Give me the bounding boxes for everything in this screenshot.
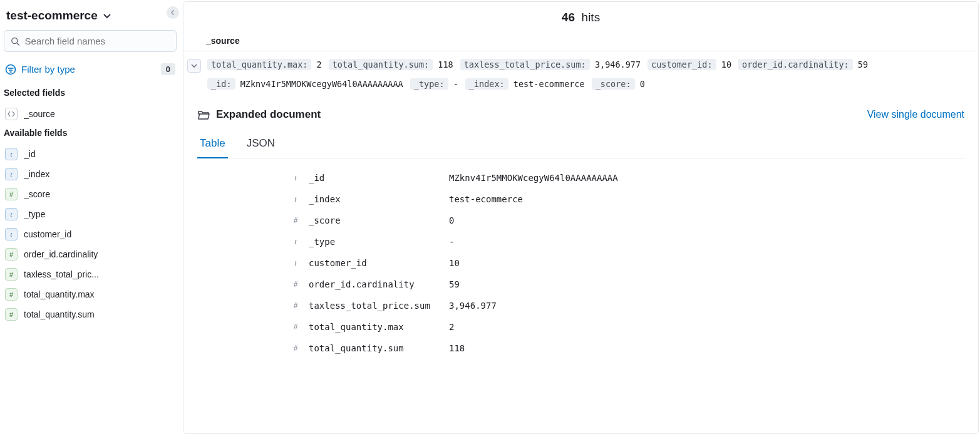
field-label: total_quantity.max [24, 289, 95, 299]
text-type-icon: t [5, 228, 18, 240]
folder-open-icon [197, 108, 210, 121]
filter-type-count: 0 [161, 63, 175, 75]
row-expand-toggle[interactable] [187, 59, 201, 73]
doc-field-value: MZknv4Ir5MMOKWcegyW64l0AAAAAAAAA [449, 173, 618, 183]
field-item[interactable]: #total_quantity.max [4, 284, 177, 304]
hits-label: hits [582, 11, 601, 24]
filter-by-type-button[interactable]: Filter by type [5, 64, 75, 75]
field-label: customer_id [24, 229, 71, 239]
doc-field-type-icon: t [291, 195, 300, 204]
field-item[interactable]: t_type [4, 204, 177, 224]
doc-row: #_score0 [291, 210, 964, 231]
field-search[interactable] [4, 30, 177, 52]
doc-row: tcustomer_id10 [291, 252, 964, 274]
summary-value: 10 [721, 59, 731, 70]
document-table: t_idMZknv4Ir5MMOKWcegyW64l0AAAAAAAAAt_in… [197, 158, 964, 359]
doc-field-type-icon: # [291, 216, 300, 225]
source-column-header: _source [183, 31, 978, 51]
doc-field-value: 0 [449, 215, 454, 225]
doc-field-key: total_quantity.max [309, 322, 440, 332]
doc-row: #total_quantity.max2 [291, 316, 964, 338]
field-label: _source [24, 109, 55, 119]
doc-field-type-icon: # [291, 323, 300, 331]
doc-row: t_type - [291, 231, 964, 252]
field-search-input[interactable] [25, 36, 170, 46]
field-item[interactable]: t_id [4, 144, 177, 164]
summary-value: 2 [317, 59, 322, 70]
field-label: total_quantity.sum [24, 309, 95, 319]
doc-row: #order_id.cardinality59 [291, 274, 964, 295]
number-type-icon: # [5, 248, 18, 261]
expanded-document: Expanded document View single document T… [183, 95, 978, 359]
doc-row: #taxless_total_price.sum3,946.977 [291, 295, 964, 316]
summary-value: 118 [438, 59, 453, 70]
field-item[interactable]: t_index [4, 164, 177, 184]
field-label: taxless_total_pric... [24, 269, 99, 279]
doc-field-value: 2 [449, 322, 454, 332]
doc-field-key: _type [309, 237, 440, 247]
doc-field-value: test-ecommerce [449, 194, 523, 204]
tab-table[interactable]: Table [197, 132, 228, 158]
collapse-sidebar-button[interactable] [167, 6, 179, 19]
text-type-icon: t [5, 148, 18, 160]
field-item[interactable]: #total_quantity.sum [4, 304, 177, 324]
field-item[interactable]: _source [4, 104, 177, 124]
number-type-icon: # [5, 188, 18, 200]
doc-field-value: 118 [449, 343, 465, 353]
doc-field-type-icon: t [291, 237, 300, 247]
number-type-icon: # [5, 308, 18, 321]
doc-field-value: 10 [449, 258, 460, 268]
field-label: _type [24, 209, 45, 219]
filter-by-type-label: Filter by type [21, 64, 75, 75]
doc-row: t_indextest-ecommerce [291, 189, 964, 210]
summary-value: 59 [858, 59, 868, 70]
field-item[interactable]: tcustomer_id [4, 224, 177, 244]
doc-field-key: total_quantity.sum [309, 343, 440, 353]
doc-tabs: Table JSON [197, 132, 964, 158]
text-type-icon: t [5, 168, 18, 180]
doc-field-type-icon: # [291, 280, 300, 289]
summary-key: customer_id: [647, 59, 716, 70]
doc-field-value: 3,946.977 [449, 301, 497, 311]
field-label: _index [24, 169, 49, 179]
field-label: _score [24, 189, 50, 199]
svg-point-0 [12, 38, 18, 43]
summary-value: - [453, 79, 458, 89]
summary-key: total_quantity.sum: [329, 59, 433, 70]
search-icon [11, 36, 20, 46]
filter-by-type-row: Filter by type 0 [4, 59, 177, 84]
field-label: order_id.cardinality [24, 249, 98, 259]
summary-key: taxless_total_price.sum: [460, 59, 590, 70]
index-pattern-selector[interactable]: test-ecommerce [4, 4, 177, 30]
index-pattern-name: test-ecommerce [6, 9, 98, 23]
summary-key: _id: [207, 78, 235, 90]
doc-field-key: _id [309, 173, 440, 183]
field-item[interactable]: #taxless_total_pric... [4, 264, 177, 284]
doc-field-value: 59 [449, 279, 460, 289]
selected-fields-header: Selected fields [4, 84, 177, 104]
summary-value: MZknv4Ir5MMOKWcegyW64l0AAAAAAAAA [240, 79, 403, 89]
chevron-down-icon [103, 11, 111, 20]
view-single-document-link[interactable]: View single document [867, 109, 964, 120]
field-label: _id [24, 149, 36, 159]
doc-field-type-icon: t [291, 173, 300, 183]
doc-field-key: _index [309, 194, 440, 204]
summary-key: order_id.cardinality: [738, 59, 853, 70]
field-item[interactable]: #_score [4, 184, 177, 204]
summary-key: _score: [592, 78, 635, 90]
svg-point-2 [6, 65, 16, 74]
doc-field-key: taxless_total_price.sum [309, 301, 440, 311]
field-item[interactable]: #order_id.cardinality [4, 244, 177, 264]
doc-row: t_idMZknv4Ir5MMOKWcegyW64l0AAAAAAAAA [291, 167, 964, 189]
doc-field-value: - [449, 237, 454, 247]
doc-field-type-icon: # [291, 301, 300, 310]
number-type-icon: # [5, 288, 18, 301]
summary-key: total_quantity.max: [207, 59, 311, 70]
doc-field-key: _score [309, 215, 440, 225]
svg-line-1 [17, 43, 19, 45]
tab-json[interactable]: JSON [244, 132, 277, 158]
filter-icon [5, 64, 16, 75]
doc-field-type-icon: t [291, 259, 300, 268]
document-summary-row: total_quantity.max: 2total_quantity.sum:… [183, 51, 978, 95]
summary-value: test-ecommerce [513, 79, 585, 89]
